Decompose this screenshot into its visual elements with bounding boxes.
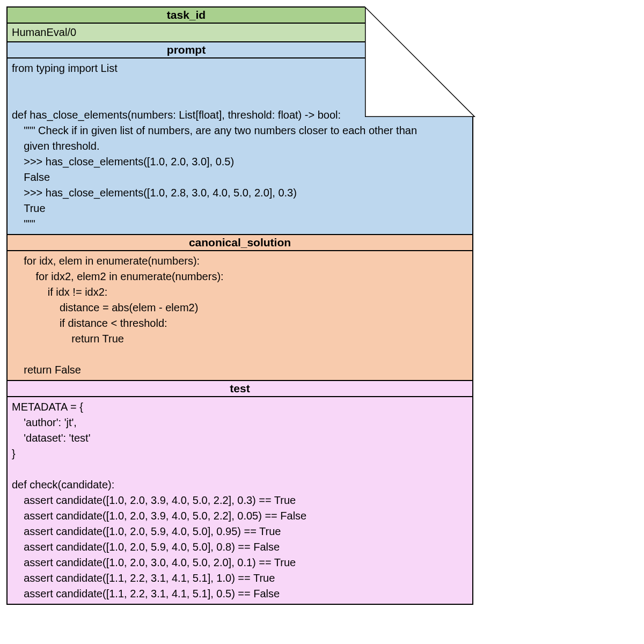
- canonical-solution-header: canonical_solution: [8, 235, 472, 251]
- prompt-section: prompt from typing import List def has_c…: [6, 41, 473, 234]
- prompt-header: prompt: [8, 42, 366, 58]
- prompt-code: from typing import List def has_close_el…: [8, 58, 472, 234]
- canonical-solution-section: canonical_solution for idx, elem in enum…: [6, 234, 473, 380]
- document-card: task_id HumanEval/0 prompt from typing i…: [6, 6, 473, 605]
- task-id-header: task_id: [8, 8, 365, 24]
- test-section: test METADATA = { 'author': 'jt', 'datas…: [6, 380, 473, 605]
- task-id-section: task_id HumanEval/0: [6, 6, 366, 41]
- test-header: test: [8, 381, 472, 397]
- task-id-value: HumanEval/0: [8, 24, 365, 41]
- canonical-solution-code: for idx, elem in enumerate(numbers): for…: [8, 251, 472, 380]
- test-code: METADATA = { 'author': 'jt', 'dataset': …: [8, 397, 472, 604]
